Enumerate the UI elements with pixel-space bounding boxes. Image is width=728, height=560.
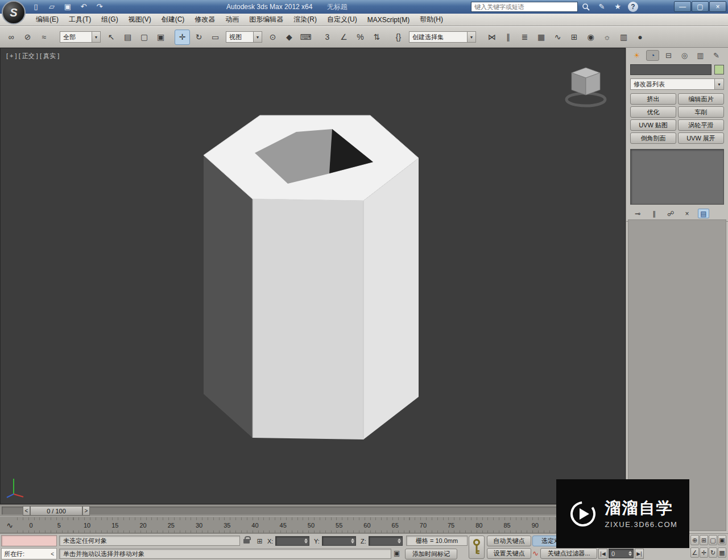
help-icon[interactable]: ? (628, 2, 638, 12)
field-of-view-icon[interactable]: ∠ (690, 547, 699, 558)
open-file-icon[interactable]: ▱ (46, 1, 58, 12)
select-and-move-icon[interactable]: ✛ (175, 30, 190, 45)
macro-recorder-line[interactable] (1, 535, 57, 546)
modifier-button[interactable]: 编辑面片 (678, 93, 724, 105)
keyboard-override-icon[interactable]: ⌨ (298, 30, 313, 45)
curve-editor-icon[interactable]: ∿ (550, 30, 565, 45)
bind-to-space-warp-icon[interactable]: ≈ (36, 30, 52, 45)
spinner[interactable] (627, 550, 632, 557)
save-file-icon[interactable]: ▣ (61, 1, 74, 12)
modifier-button[interactable]: 优化 (630, 106, 676, 118)
material-editor-icon[interactable]: ◉ (583, 30, 598, 45)
next-frame-button[interactable]: > (82, 506, 90, 516)
auto-key-button[interactable]: 自动关键点 (487, 536, 531, 546)
menu-item[interactable]: 视图(V) (123, 14, 156, 26)
mirror-icon[interactable]: ⋈ (484, 30, 499, 45)
edit-named-selection-icon[interactable]: {} (391, 30, 406, 45)
render-setup-icon[interactable]: ☼ (599, 30, 615, 45)
pen-icon[interactable]: ✎ (596, 1, 607, 12)
named-selection-set-dropdown[interactable]: 创建选择集 ▼ (409, 31, 476, 43)
goto-end-button[interactable]: ▶| (635, 549, 644, 559)
select-and-manipulate-icon[interactable]: ◆ (282, 30, 297, 45)
pan-icon[interactable]: ✛ (700, 547, 708, 558)
show-end-result-icon[interactable]: ∥ (648, 209, 660, 218)
menu-item[interactable]: 动画 (220, 14, 244, 26)
reference-coordinate-dropdown[interactable]: 视图 ▼ (226, 31, 262, 43)
redo-icon[interactable]: ↷ (93, 1, 106, 12)
z-coordinate-field[interactable] (369, 536, 403, 546)
add-time-tag-button[interactable]: 添加时间标记 (405, 549, 457, 559)
help-search-box[interactable] (471, 2, 578, 12)
use-pivot-center-icon[interactable]: ⊙ (265, 30, 280, 45)
viewcube[interactable] (560, 63, 611, 110)
menu-item[interactable]: 创建(C) (156, 14, 190, 26)
modifier-button[interactable]: 挤出 (630, 93, 676, 105)
listener-expand-icon[interactable]: < (51, 551, 54, 557)
modifier-list-dropdown[interactable]: 修改器列表 ▼ (630, 78, 724, 90)
display-tab-icon[interactable]: ▥ (694, 50, 707, 61)
motion-tab-icon[interactable]: ◎ (678, 50, 691, 61)
zoom-region-icon[interactable]: ▣ (718, 535, 726, 545)
zoom-icon[interactable]: ⊕ (690, 535, 699, 545)
previous-frame-button[interactable]: < (23, 506, 30, 516)
set-key-mode-button[interactable] (469, 536, 485, 559)
track-bar[interactable]: ∿ 05101520253035404550556065707580859095… (0, 516, 626, 533)
zoom-extents-icon[interactable]: ▢ (709, 535, 717, 545)
orbit-icon[interactable]: ↻ (709, 547, 717, 558)
schematic-view-icon[interactable]: ⊞ (566, 30, 582, 45)
layer-manager-icon[interactable]: ≣ (517, 30, 532, 45)
maximize-button[interactable]: ▢ (692, 1, 709, 12)
modifier-button[interactable]: 倒角剖面 (630, 132, 676, 144)
minimize-button[interactable]: — (674, 1, 691, 12)
select-and-link-icon[interactable]: ∞ (3, 30, 19, 45)
close-button[interactable]: × (709, 1, 726, 12)
time-slider-track[interactable] (2, 507, 624, 515)
viewport-label[interactable]: [ + ] [ 正交 ] [ 真实 ] (6, 52, 59, 60)
select-by-name-icon[interactable]: ▤ (120, 30, 135, 45)
time-slider-handle[interactable]: 0 / 100 (30, 506, 82, 516)
goto-start-button[interactable]: |◀ (598, 549, 607, 559)
object-name-field[interactable] (630, 64, 712, 75)
selection-region-icon[interactable]: ▢ (136, 30, 152, 45)
modifier-button[interactable]: UVW 贴图 (630, 119, 676, 131)
menu-item[interactable]: 图形编辑器 (244, 14, 288, 26)
modifier-button[interactable]: 车削 (678, 106, 724, 118)
percent-snap-icon[interactable]: % (353, 30, 368, 45)
set-key-button[interactable]: 设置关键点 (487, 548, 531, 559)
make-unique-icon[interactable]: ☍ (665, 209, 676, 218)
star-icon[interactable]: ★ (612, 1, 623, 12)
current-time-field[interactable]: 0 (609, 549, 634, 558)
menu-item[interactable]: 组(G) (96, 14, 123, 26)
viewport[interactable]: [ + ] [ 正交 ] [ 真实 ] (0, 48, 626, 504)
modify-tab-icon[interactable]: ◔ (646, 50, 659, 61)
spinner[interactable] (303, 537, 308, 545)
application-menu-button[interactable]: S (2, 1, 26, 24)
modifier-stack-list[interactable] (630, 149, 724, 205)
zoom-all-icon[interactable]: ⊞ (700, 535, 708, 545)
maxscript-listener-line[interactable]: 所在行: < (1, 548, 57, 559)
object-color-swatch[interactable] (714, 65, 724, 74)
window-crossing-icon[interactable]: ▣ (153, 30, 168, 45)
spinner[interactable] (396, 537, 402, 545)
search-icon[interactable] (580, 1, 592, 12)
menu-item[interactable]: 自定义(U) (322, 14, 362, 26)
remove-modifier-icon[interactable]: × (681, 209, 693, 218)
utilities-tab-icon[interactable]: ✎ (710, 50, 723, 61)
select-and-rotate-icon[interactable]: ↻ (191, 30, 206, 45)
hierarchy-tab-icon[interactable]: ⊟ (662, 50, 675, 61)
key-filters-button[interactable]: 关键点过滤器... (540, 548, 597, 559)
search-input[interactable] (471, 2, 577, 11)
select-and-scale-icon[interactable]: ▭ (208, 30, 223, 45)
modifier-button[interactable]: 涡轮平滑 (678, 119, 724, 131)
configure-modifier-sets-icon[interactable]: ▤ (698, 209, 709, 218)
transform-type-in-icon[interactable]: ⊞ (255, 536, 264, 546)
new-file-icon[interactable]: ▯ (30, 1, 42, 12)
scene-hex-tube-object[interactable] (1, 48, 626, 504)
pin-stack-icon[interactable]: ⊸ (632, 209, 643, 218)
create-tab-icon[interactable]: ☀ (630, 50, 643, 61)
menu-item[interactable]: 渲染(R) (288, 14, 322, 26)
modifier-button[interactable]: UVW 展开 (678, 132, 724, 144)
select-object-icon[interactable]: ↖ (104, 30, 119, 45)
mini-curve-editor-icon[interactable]: ∿ (3, 520, 16, 531)
menu-item[interactable]: 帮助(H) (415, 14, 448, 26)
